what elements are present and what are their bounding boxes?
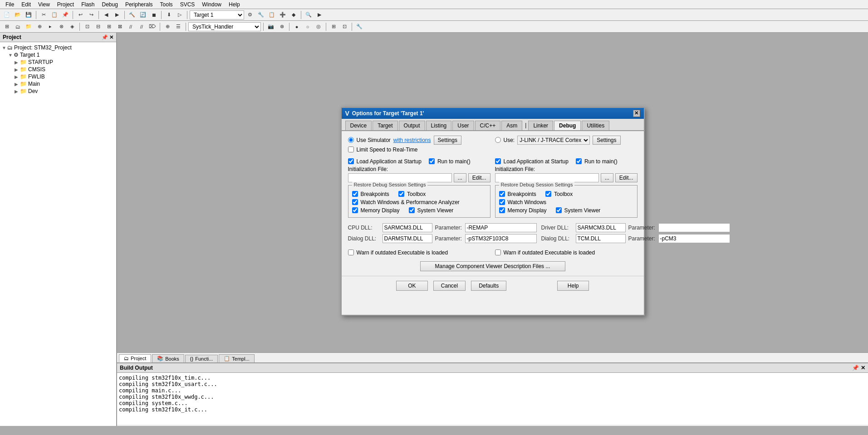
nav-back-btn[interactable]: ◀: [101, 10, 111, 20]
tree-dev[interactable]: ▶ 📁 Dev: [15, 88, 114, 95]
left-sysview-cb[interactable]: [409, 207, 415, 213]
build-btn[interactable]: 🔨: [127, 10, 137, 20]
undo-btn[interactable]: ↩: [75, 10, 85, 20]
simulator-radio[interactable]: [348, 137, 354, 143]
menu-peripherals[interactable]: Peripherals: [122, 0, 157, 9]
driver-dll-input[interactable]: [576, 223, 626, 232]
right-bp-cb[interactable]: [499, 191, 505, 197]
t2-btn10[interactable]: ⊞: [104, 22, 114, 32]
tab-asm[interactable]: Asm: [501, 121, 522, 130]
tree-startup[interactable]: ▶ 📁 STARTUP: [15, 59, 114, 66]
right-run-main-cb[interactable]: [576, 158, 582, 164]
left-watch-cb[interactable]: [352, 199, 358, 205]
t2-btn7[interactable]: ◈: [67, 22, 77, 32]
save-btn[interactable]: 💾: [24, 10, 34, 20]
manage-component-btn[interactable]: Manage Component Viewer Description File…: [420, 261, 565, 271]
right-watch-cb[interactable]: [499, 199, 505, 205]
cut-btn[interactable]: ✂: [39, 10, 49, 20]
tab-debug[interactable]: Debug: [554, 121, 581, 130]
right-init-edit-btn[interactable]: Edit...: [615, 173, 638, 182]
paste-btn[interactable]: 📌: [60, 10, 70, 20]
new-file-btn[interactable]: 📄: [2, 10, 12, 20]
menu-svcs[interactable]: SVCS: [177, 0, 199, 9]
tab-linker[interactable]: Linker: [528, 121, 553, 130]
right-toolbox-cb[interactable]: [545, 191, 551, 197]
right-init-browse-btn[interactable]: ...: [601, 173, 613, 182]
jlink-dropdown[interactable]: J-LINK / J-TRACE Cortex: [517, 136, 590, 145]
t2-btn8[interactable]: ⊡: [82, 22, 92, 32]
left-init-edit-btn[interactable]: Edit...: [468, 173, 490, 182]
left-bp-cb[interactable]: [352, 191, 358, 197]
t2-btn15[interactable]: ⊕: [162, 22, 172, 32]
add-grp-btn[interactable]: ➕: [278, 10, 288, 20]
t2-btn16[interactable]: ☰: [173, 22, 183, 32]
menu-debug[interactable]: Debug: [98, 0, 122, 9]
menu-help[interactable]: Help: [225, 0, 244, 9]
t2-btn14[interactable]: ⌦: [147, 22, 157, 32]
dialog-close-btn[interactable]: ✕: [633, 110, 640, 117]
tab-project[interactable]: 🗂 Project: [119, 354, 151, 362]
cpu-dll-input[interactable]: [383, 223, 432, 232]
tree-cmsis[interactable]: ▶ 📁 CMSIS: [15, 66, 114, 73]
defaults-btn[interactable]: Defaults: [471, 281, 506, 291]
menu-edit[interactable]: Edit: [18, 0, 34, 9]
tree-fwlib[interactable]: ▶ 📁 FWLIB: [15, 73, 114, 80]
left-run-main-cb[interactable]: [429, 158, 435, 164]
dialog-param2-input[interactable]: [658, 234, 730, 243]
options-btn[interactable]: 🔧: [256, 10, 266, 20]
run-btn[interactable]: ▷: [175, 10, 185, 20]
open-btn[interactable]: 📂: [13, 10, 23, 20]
ok-btn[interactable]: OK: [396, 281, 428, 291]
tab-books[interactable]: 📚 Books: [152, 354, 184, 362]
manage-btn[interactable]: ⚙: [245, 10, 255, 20]
t2-btn5[interactable]: ▸: [45, 22, 55, 32]
driver-param-input[interactable]: [658, 223, 730, 232]
menu-project[interactable]: Project: [54, 0, 78, 9]
right-sysview-cb[interactable]: [556, 207, 562, 213]
jlink-settings-btn[interactable]: Settings: [593, 136, 620, 145]
build-panel-pin-icon[interactable]: 📌: [852, 365, 859, 371]
tab-output[interactable]: Output: [399, 121, 425, 130]
help-btn[interactable]: Help: [557, 281, 589, 291]
nav-fwd-btn[interactable]: ▶: [112, 10, 122, 20]
t2-btn24[interactable]: 🔧: [354, 22, 364, 32]
tab-functions[interactable]: {} Functi...: [185, 355, 218, 362]
t2-btn11[interactable]: ⊠: [115, 22, 125, 32]
proj-options-btn[interactable]: 📋: [267, 10, 277, 20]
copy-btn[interactable]: 📋: [49, 10, 59, 20]
tab-device[interactable]: Device: [345, 121, 372, 130]
tab-target[interactable]: Target: [373, 121, 397, 130]
cancel-btn[interactable]: Cancel: [433, 281, 466, 291]
tab-templates[interactable]: 📋 Templ...: [219, 354, 255, 362]
menu-view[interactable]: View: [34, 0, 54, 9]
left-mem-cb[interactable]: [352, 207, 358, 213]
t2-btn23[interactable]: ⊡: [339, 22, 349, 32]
tree-target[interactable]: ▼ ⚙ Target 1: [8, 51, 114, 59]
left-warn-cb[interactable]: [348, 249, 354, 255]
right-warn-cb[interactable]: [495, 249, 501, 255]
redo-btn[interactable]: ↪: [86, 10, 96, 20]
right-load-app-cb[interactable]: [495, 158, 501, 164]
tab-listing[interactable]: Listing: [426, 121, 452, 130]
dialog-dll-input[interactable]: [383, 234, 432, 243]
t2-btn21[interactable]: ◎: [314, 22, 324, 32]
left-init-file-input[interactable]: [348, 173, 452, 182]
right-init-file-input[interactable]: [495, 173, 599, 182]
t2-btn12[interactable]: //: [126, 22, 136, 32]
left-load-app-cb[interactable]: [348, 158, 354, 164]
tab-cpp[interactable]: C/C++: [475, 121, 501, 130]
t2-btn17[interactable]: 📷: [266, 22, 276, 32]
t2-btn20[interactable]: ○: [303, 22, 313, 32]
panel-pin-icon[interactable]: 📌: [102, 34, 108, 40]
tab-user[interactable]: User: [452, 121, 474, 130]
function-dropdown[interactable]: SysTick_Handler: [188, 22, 261, 31]
add-file-btn[interactable]: ◆: [289, 10, 299, 20]
build-panel-close-icon[interactable]: ✕: [861, 365, 865, 371]
left-init-browse-btn[interactable]: ...: [454, 173, 466, 182]
dialog-param-input[interactable]: [465, 234, 537, 243]
simulator-settings-btn[interactable]: Settings: [434, 136, 461, 145]
download-btn[interactable]: ⬇: [164, 10, 174, 20]
with-restrictions-link[interactable]: with restrictions: [393, 137, 431, 143]
t2-btn1[interactable]: ⊞: [2, 22, 12, 32]
cpu-param-input[interactable]: [465, 223, 537, 232]
